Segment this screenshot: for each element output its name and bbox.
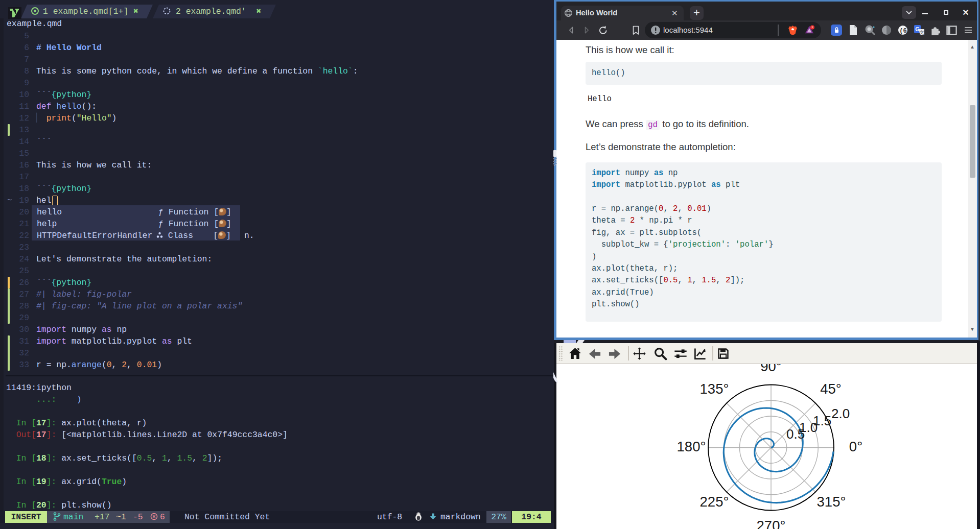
svg-text:1.5: 1.5 bbox=[813, 413, 831, 428]
svg-text:(6: (6 bbox=[899, 28, 906, 35]
svg-text:225°: 225° bbox=[700, 494, 729, 510]
svg-text:135°: 135° bbox=[700, 381, 729, 397]
svg-text:0°: 0° bbox=[849, 439, 862, 454]
svg-text:2.0: 2.0 bbox=[831, 406, 850, 421]
svg-text:90°: 90° bbox=[760, 364, 782, 374]
svg-text:45°: 45° bbox=[820, 381, 842, 397]
svg-text:G: G bbox=[915, 26, 920, 32]
svg-text:270°: 270° bbox=[757, 518, 786, 529]
svg-text:文: 文 bbox=[920, 30, 924, 35]
svg-text:315°: 315° bbox=[817, 494, 846, 510]
svg-text:180°: 180° bbox=[677, 439, 706, 454]
svg-text:1: 1 bbox=[811, 26, 813, 29]
